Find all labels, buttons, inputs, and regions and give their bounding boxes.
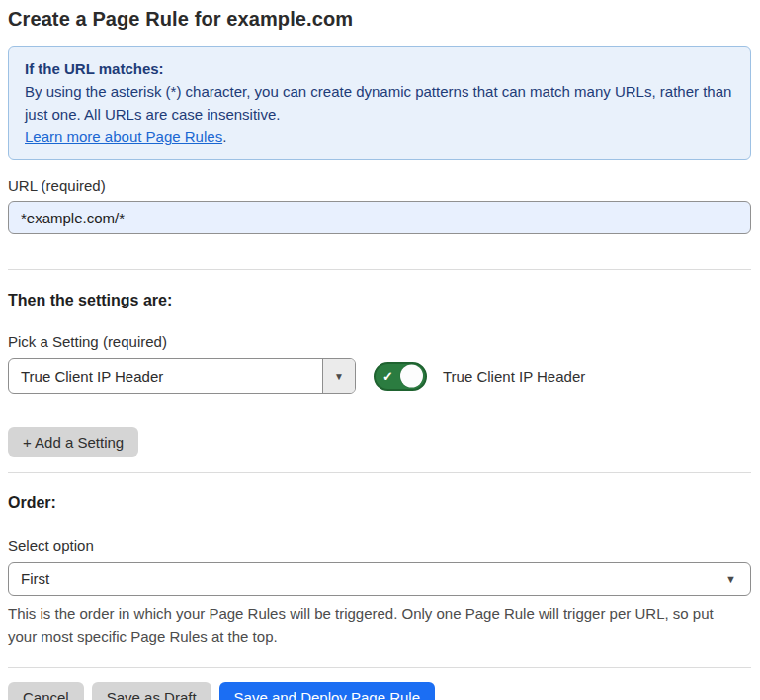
learn-more-link[interactable]: Learn more about Page Rules [25,129,222,145]
settings-section-heading: Then the settings are: [8,292,751,309]
page-title: Create a Page Rule for example.com [8,8,751,31]
setting-select-value: True Client IP Header [9,368,322,385]
check-icon: ✓ [382,370,393,383]
setting-toggle[interactable]: ✓ [374,362,427,391]
info-box-body: By using the asterisk (*) character, you… [25,80,734,126]
chevron-down-icon: ▼ [725,573,736,585]
info-box-heading: If the URL matches: [25,57,734,80]
save-deploy-button[interactable]: Save and Deploy Page Rule [219,682,435,700]
section-divider [8,472,751,473]
create-page-rule-form: Create a Page Rule for example.com If th… [0,0,760,700]
section-divider [8,269,751,270]
toggle-knob [400,365,423,388]
setting-select[interactable]: True Client IP Header ▼ [8,358,356,394]
toggle-label: True Client IP Header [443,368,585,385]
pick-setting-label: Pick a Setting (required) [8,333,751,350]
save-draft-button[interactable]: Save as Draft [92,682,211,700]
order-select[interactable]: First ▼ [8,562,751,596]
url-input[interactable] [8,201,751,234]
url-match-info-box: If the URL matches: By using the asteris… [8,46,751,160]
order-select-label: Select option [8,537,751,554]
footer-actions: Cancel Save as Draft Save and Deploy Pag… [8,682,751,700]
setting-row: True Client IP Header ▼ ✓ True Client IP… [8,358,751,394]
chevron-down-icon[interactable]: ▼ [322,359,355,393]
info-box-link-line: Learn more about Page Rules. [25,126,734,148]
footer-divider [8,667,751,668]
order-select-value: First [21,570,725,587]
link-period: . [222,129,226,145]
add-setting-button[interactable]: + Add a Setting [8,427,138,457]
url-field-label: URL (required) [8,177,751,194]
order-section-heading: Order: [8,494,751,512]
cancel-button[interactable]: Cancel [8,682,84,700]
order-help-text: This is the order in which your Page Rul… [8,602,744,648]
